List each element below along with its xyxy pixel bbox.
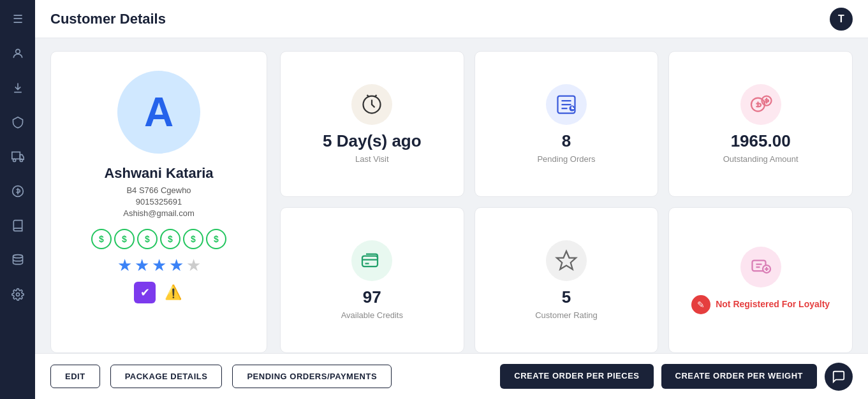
credits-value: 97 xyxy=(363,289,381,305)
settings-icon[interactable] xyxy=(6,283,29,306)
stat-credits: 97 Available Credits xyxy=(280,207,464,353)
pending-orders-button[interactable]: PENDING ORDERS/PAYMENTS xyxy=(232,365,392,388)
rating-icon xyxy=(546,240,587,281)
user-avatar[interactable]: T xyxy=(830,8,853,31)
svg-rect-1 xyxy=(11,152,19,159)
page-title: Customer Details xyxy=(50,11,166,27)
star-3: ★ xyxy=(152,256,166,275)
svg-marker-13 xyxy=(557,251,576,270)
loyalty-row: ✎ Not Registered For Loyalty xyxy=(691,295,830,314)
badge-row: ✔ ⚠️ xyxy=(134,282,184,303)
last-visit-icon xyxy=(351,84,392,125)
star-rating: ★ ★ ★ ★ ★ xyxy=(117,256,201,275)
star-4: ★ xyxy=(169,256,184,275)
rating-label: Customer Rating xyxy=(535,310,598,320)
create-order-weight-button[interactable]: CREATE ORDER PER WEIGHT xyxy=(661,364,818,388)
book-icon[interactable] xyxy=(6,214,29,237)
profile-card: A Ashwani Kataria B4 S766 Cgewho 9015325… xyxy=(50,51,267,353)
svg-point-6 xyxy=(16,293,19,296)
star-2: ★ xyxy=(135,256,149,275)
shield-icon[interactable] xyxy=(6,111,29,134)
stat-pending-orders: 8 Pending Orders xyxy=(474,51,659,197)
pending-orders-value: 8 xyxy=(562,133,571,149)
dollar-icon-4: $ xyxy=(160,229,180,249)
footer-bar: EDIT PACKAGE DETAILS PENDING ORDERS/PAYM… xyxy=(35,353,868,399)
pending-orders-icon xyxy=(546,84,587,125)
dollar-nav-icon[interactable] xyxy=(6,180,29,203)
download-icon[interactable] xyxy=(6,76,29,99)
warning-badge: ⚠️ xyxy=(162,282,184,303)
truck-icon[interactable] xyxy=(6,145,29,168)
package-details-button[interactable]: PACKAGE DETAILS xyxy=(110,365,223,388)
svg-point-3 xyxy=(20,159,22,161)
verified-badge: ✔ xyxy=(134,282,156,303)
stat-last-visit: 5 Day(s) ago Last Visit xyxy=(280,51,464,197)
loyalty-not-registered-icon: ✎ xyxy=(691,295,710,314)
last-visit-value: 5 Day(s) ago xyxy=(323,133,422,149)
dollar-icon-3: $ xyxy=(137,229,158,249)
loyalty-icon-circle xyxy=(740,247,781,287)
loyalty-text: Not Registered For Loyalty xyxy=(716,298,830,310)
stat-loyalty: ✎ Not Registered For Loyalty xyxy=(668,207,853,353)
customer-address: B4 S766 Cgewho xyxy=(126,185,191,195)
last-visit-label: Last Visit xyxy=(355,154,389,164)
sidebar: ☰ xyxy=(0,0,35,399)
content-area: A Ashwani Kataria B4 S766 Cgewho 9015325… xyxy=(35,38,868,353)
pending-orders-label: Pending Orders xyxy=(537,154,595,164)
star-5: ★ xyxy=(186,256,201,275)
stat-outstanding: 1965.00 Outstanding Amount xyxy=(668,51,853,197)
stats-grid: 5 Day(s) ago Last Visit 8 Pending Orders xyxy=(280,51,853,353)
chat-button[interactable] xyxy=(825,363,853,391)
credits-label: Available Credits xyxy=(341,310,403,320)
header: Customer Details T xyxy=(35,0,868,38)
database-icon[interactable] xyxy=(6,249,29,272)
main-panel: Customer Details T A Ashwani Kataria B4 … xyxy=(35,0,868,399)
dollar-icons-row: $ $ $ $ $ $ xyxy=(91,229,226,249)
outstanding-icon xyxy=(740,84,781,125)
svg-point-2 xyxy=(13,159,15,161)
edit-button[interactable]: EDIT xyxy=(50,365,100,388)
stat-rating: 5 Customer Rating xyxy=(474,207,659,353)
svg-point-5 xyxy=(13,255,22,258)
customer-email: Ashish@gmail.com xyxy=(123,208,194,218)
dollar-icon-1: $ xyxy=(91,229,112,249)
footer-actions: CREATE ORDER PER PIECES CREATE ORDER PER… xyxy=(500,363,853,391)
customer-phone: 9015325691 xyxy=(136,197,182,207)
star-1: ★ xyxy=(117,256,132,275)
avatar: A xyxy=(117,71,200,154)
credits-icon xyxy=(351,240,392,281)
create-order-pieces-button[interactable]: CREATE ORDER PER PIECES xyxy=(500,364,653,388)
svg-rect-12 xyxy=(362,256,378,267)
customer-name: Ashwani Kataria xyxy=(104,165,213,182)
svg-point-0 xyxy=(15,49,20,54)
user-icon[interactable] xyxy=(6,42,29,65)
outstanding-value: 1965.00 xyxy=(731,133,791,149)
dollar-icon-5: $ xyxy=(183,229,203,249)
rating-value: 5 xyxy=(562,289,571,305)
outstanding-label: Outstanding Amount xyxy=(723,154,798,164)
menu-icon[interactable]: ☰ xyxy=(6,8,29,31)
dollar-icon-2: $ xyxy=(114,229,135,249)
dollar-icon-6: $ xyxy=(206,229,226,249)
